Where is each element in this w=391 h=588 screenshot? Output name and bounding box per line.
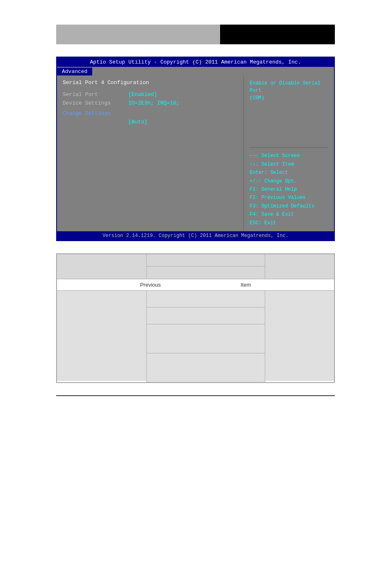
header-right-bar — [220, 25, 335, 44]
top-header — [56, 25, 335, 44]
table-cell-bottom-mid-4 — [147, 353, 265, 383]
bios-key-f4: F4: Save & Exit — [250, 210, 328, 219]
cell-block-bl — [57, 291, 146, 381]
bios-key-f1: F1: General Help — [250, 185, 328, 194]
bios-row-change-settings: [Auto] — [63, 119, 238, 125]
bios-value-device-settings: IO=2E3h; IRQ=10; — [128, 100, 180, 106]
info-table-wrapper: Previous Item — [56, 253, 335, 383]
table-cell-bottom-mid-2 — [147, 308, 265, 324]
table-cell-bottom-mid-1 — [147, 291, 265, 308]
table-cell-bottom-mid-3 — [147, 324, 265, 353]
nav-item-label: Item — [241, 282, 251, 288]
bios-screen: Aptio Setup Utility - Copyright (C) 2011… — [56, 57, 335, 241]
bios-label-change-settings[interactable]: Change Settings — [63, 110, 238, 116]
bios-left-panel: Serial Port 4 Configuration Serial Port … — [57, 75, 244, 231]
nav-previous-label[interactable]: Previous — [140, 282, 161, 288]
cell-block-tm1 — [147, 254, 265, 267]
cell-block-bm3 — [147, 324, 265, 353]
bottom-divider — [56, 395, 335, 396]
bios-right-panel: Enable or Disable Serial Port(COM) ←→: S… — [244, 75, 334, 231]
bios-key-enter: Enter: Select — [250, 169, 328, 177]
bios-key-f3: F3: Optimized Defaults — [250, 202, 328, 210]
bios-footer: Version 2.14.1219. Copyright (C) 2011 Am… — [57, 231, 334, 240]
bios-key-change-opt: +/-: Change Opt. — [250, 177, 328, 185]
bios-row-serial-port: Serial Port [Enabled] — [63, 91, 238, 98]
bios-help-content: Enable or Disable Serial Port(COM) — [250, 80, 321, 101]
table-cell-top-mid — [147, 254, 265, 279]
bios-key-f2: F2: Previous Values — [250, 194, 328, 202]
bios-value-change-settings[interactable]: [Auto] — [128, 119, 148, 125]
cell-block-br — [265, 291, 334, 381]
bios-label-device-settings: Device Settings — [63, 100, 128, 106]
bios-footer-text: Version 2.14.1219. Copyright (C) 2011 Am… — [102, 233, 289, 239]
bios-key-esc: ESC: Exit — [250, 219, 328, 227]
bios-title: Aptio Setup Utility - Copyright (C) 2011… — [90, 59, 301, 65]
cell-block-tm2 — [147, 267, 265, 279]
bios-key-select-screen: ←→: Select Screen — [250, 152, 328, 160]
table-cell-top-right — [265, 254, 334, 279]
cell-block-tl — [57, 254, 146, 279]
bios-key-select-item: ↑↓: Select Item — [250, 160, 328, 169]
bios-divider — [250, 147, 328, 148]
bios-tab-bar: Advanced — [57, 67, 334, 75]
cell-block-bm4 — [147, 353, 265, 382]
bios-value-serial-port[interactable]: [Enabled] — [128, 91, 157, 98]
bios-keys: ←→: Select Screen ↑↓: Select Item Enter:… — [250, 152, 328, 227]
table-cell-top-left — [57, 254, 147, 279]
bios-row-device-settings: Device Settings IO=2E3h; IRQ=10; — [63, 100, 238, 106]
bios-body: Serial Port 4 Configuration Serial Port … — [57, 75, 334, 231]
table-nav-row: Previous Item — [57, 279, 334, 291]
table-bottom-row — [57, 291, 334, 308]
bios-section-title: Serial Port 4 Configuration — [63, 80, 238, 86]
table-nav-cell: Previous Item — [57, 279, 334, 291]
table-cell-bottom-left — [57, 291, 147, 383]
table-cell-bottom-right — [265, 291, 334, 383]
cell-block-bm2 — [147, 308, 265, 324]
header-left-bar — [56, 25, 220, 44]
bios-label-serial-port: Serial Port — [63, 91, 128, 98]
bios-tab-advanced[interactable]: Advanced — [57, 68, 92, 75]
bios-help-text: Enable or Disable Serial Port(COM) — [250, 80, 328, 143]
cell-block-tr — [265, 254, 334, 279]
cell-block-bm1 — [147, 291, 265, 307]
nav-row: Previous Item — [57, 279, 334, 290]
info-table: Previous Item — [57, 254, 334, 383]
bios-label-change-settings-spacer — [63, 119, 128, 125]
table-top-row — [57, 254, 334, 279]
bios-title-bar: Aptio Setup Utility - Copyright (C) 2011… — [57, 57, 334, 67]
